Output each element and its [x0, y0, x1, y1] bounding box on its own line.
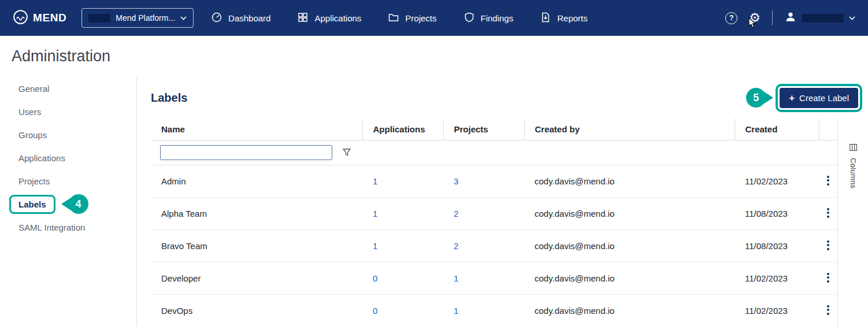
applications-icon	[297, 12, 309, 25]
projects-count-link[interactable]: 1	[454, 273, 458, 283]
annotation-highlight-create-label: + Create Label	[776, 84, 862, 112]
created-by: cody.davis@mend.io	[524, 165, 735, 198]
sidebar-item-saml-integration[interactable]: SAML Integration	[0, 216, 136, 239]
page-title: Administration	[12, 47, 110, 65]
user-avatar-icon	[784, 10, 797, 25]
settings-gear-icon[interactable]: ⚙	[749, 12, 761, 24]
user-menu[interactable]	[784, 10, 855, 25]
sidebar-item-label: General	[18, 84, 49, 94]
created-date: 11/08/2023	[735, 230, 819, 262]
page-header: Administration	[0, 36, 868, 77]
report-download-icon	[540, 12, 551, 25]
callout-arrow-right-icon	[763, 91, 773, 104]
column-header-created[interactable]: Created	[735, 118, 819, 140]
labels-page: Labels 5 + Create Label	[137, 77, 868, 326]
redacted-user-name	[802, 14, 844, 23]
column-header-name[interactable]: Name	[151, 118, 362, 140]
callout-number-5: 5	[746, 88, 766, 108]
nav-item-projects[interactable]: Projects	[388, 12, 436, 25]
create-label-button-label: Create Label	[799, 93, 849, 103]
nav-label: Applications	[314, 13, 361, 23]
applications-count-link[interactable]: 0	[373, 306, 377, 316]
label-name: Alpha Team	[151, 198, 362, 230]
labels-table-body: Admin13cody.davis@mend.io11/02/2023Alpha…	[151, 165, 837, 326]
sidebar-item-projects[interactable]: Projects	[0, 169, 136, 192]
annotation-highlight-labels[interactable]: Labels	[9, 195, 55, 214]
topnav-divider	[772, 10, 773, 25]
nav-label: Reports	[557, 13, 588, 23]
created-date: 11/02/2023	[735, 165, 819, 198]
row-menu-kebab-icon[interactable]	[824, 270, 833, 285]
sidebar-item-label: Users	[18, 107, 41, 117]
sidebar-item-applications[interactable]: Applications	[0, 146, 136, 169]
row-menu-kebab-icon[interactable]	[824, 238, 833, 253]
row-menu-kebab-icon[interactable]	[824, 173, 833, 188]
name-filter-input[interactable]	[160, 145, 332, 160]
columns-panel: Columns	[837, 118, 868, 326]
columns-grid-icon[interactable]	[850, 143, 857, 153]
created-by: cody.davis@mend.io	[524, 295, 735, 326]
applications-count-link[interactable]: 0	[373, 273, 377, 283]
sidebar-item-label: Groups	[18, 130, 47, 140]
columns-panel-label[interactable]: Columns	[849, 158, 858, 188]
filter-funnel-icon[interactable]	[343, 148, 351, 158]
column-header-actions	[819, 118, 837, 140]
sidebar-item-label: Projects	[18, 176, 50, 186]
callout-number-4: 4	[69, 194, 88, 214]
table-row: Admin13cody.davis@mend.io11/02/2023	[151, 165, 837, 198]
column-header-applications[interactable]: Applications	[362, 118, 443, 140]
annotation-callout-5: 5 + Create Label	[746, 84, 862, 112]
created-date: 11/02/2023	[735, 295, 819, 326]
projects-count-link[interactable]: 2	[454, 241, 458, 251]
nav-item-applications[interactable]: Applications	[297, 12, 361, 25]
labels-page-header: Labels 5 + Create Label	[137, 77, 868, 118]
topnav-right: ? ⚙	[725, 10, 855, 25]
sidebar-item-groups[interactable]: Groups	[0, 123, 136, 146]
redacted-org-name	[88, 14, 110, 23]
column-header-projects[interactable]: Projects	[443, 118, 524, 140]
nav-item-findings[interactable]: Findings	[463, 12, 514, 25]
table-row: Bravo Team12cody.davis@mend.io11/08/2023	[151, 230, 837, 262]
table-row: Developer01cody.davis@mend.io11/02/2023	[151, 262, 837, 295]
org-selector-label: Mend Platform...	[116, 13, 175, 23]
sidebar-item-general[interactable]: General	[0, 77, 136, 100]
created-by: cody.davis@mend.io	[524, 230, 735, 262]
nav-item-reports[interactable]: Reports	[540, 12, 588, 25]
projects-count-link[interactable]: 2	[454, 209, 458, 218]
created-date: 11/02/2023	[735, 262, 819, 295]
column-header-created-by[interactable]: Created by	[524, 118, 735, 140]
plus-icon: +	[789, 93, 795, 103]
brand: MEND	[13, 9, 66, 27]
nav-label: Projects	[405, 13, 436, 23]
dashboard-icon	[211, 12, 222, 25]
label-name: DevOps	[151, 295, 362, 326]
applications-count-link[interactable]: 1	[373, 241, 377, 251]
org-selector-dropdown[interactable]: Mend Platform...	[81, 8, 194, 28]
created-by: cody.davis@mend.io	[524, 198, 735, 230]
row-menu-kebab-icon[interactable]	[824, 205, 833, 220]
labels-heading: Labels	[151, 91, 187, 105]
row-menu-kebab-icon[interactable]	[824, 302, 833, 317]
sidebar-item-label: SAML Integration	[18, 223, 85, 232]
labels-table: Name Applications Projects Created by Cr…	[151, 118, 837, 326]
mend-logo-icon	[13, 9, 28, 27]
nav-item-dashboard[interactable]: Dashboard	[211, 12, 270, 25]
projects-count-link[interactable]: 3	[454, 176, 458, 186]
created-date: 11/08/2023	[735, 198, 819, 230]
applications-count-link[interactable]: 1	[373, 176, 377, 186]
chevron-down-icon	[849, 16, 855, 20]
table-header-row: Name Applications Projects Created by Cr…	[151, 118, 837, 140]
shield-icon	[463, 12, 475, 25]
sidebar-item-label: Applications	[18, 153, 65, 163]
projects-count-link[interactable]: 1	[454, 306, 458, 316]
create-label-button[interactable]: + Create Label	[780, 88, 858, 108]
nav-label: Dashboard	[228, 13, 270, 23]
created-by: cody.davis@mend.io	[524, 262, 735, 295]
nav-label: Findings	[481, 13, 514, 23]
help-icon[interactable]: ?	[725, 12, 737, 24]
applications-count-link[interactable]: 1	[373, 209, 377, 218]
main-nav: Dashboard Applications Projects Findings…	[211, 12, 588, 25]
sidebar-item-labels[interactable]: Labels 4	[0, 192, 136, 216]
sidebar-item-users[interactable]: Users	[0, 100, 136, 123]
chevron-down-icon	[180, 16, 187, 20]
